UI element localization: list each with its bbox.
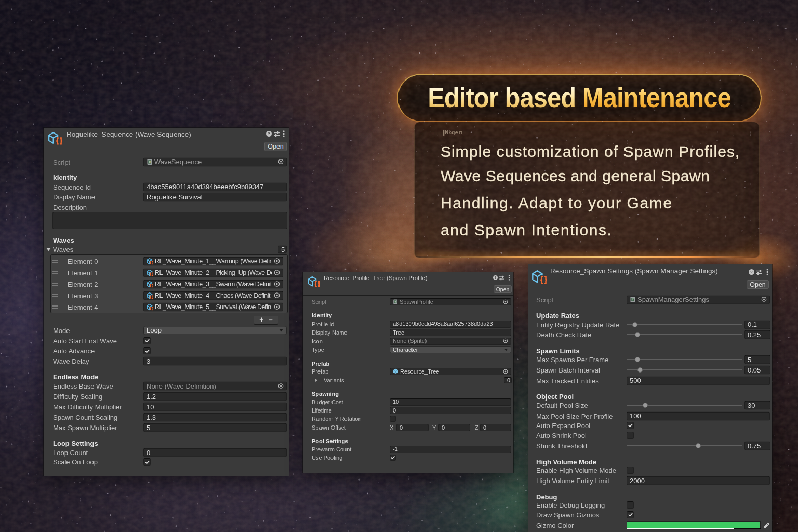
svg-text:#: # (149, 159, 151, 163)
svg-text:?: ? (495, 276, 497, 280)
svg-text:?: ? (750, 270, 753, 274)
svg-text:?: ? (268, 131, 270, 136)
svg-text:#: # (632, 297, 634, 301)
svg-text:#: # (394, 300, 396, 303)
